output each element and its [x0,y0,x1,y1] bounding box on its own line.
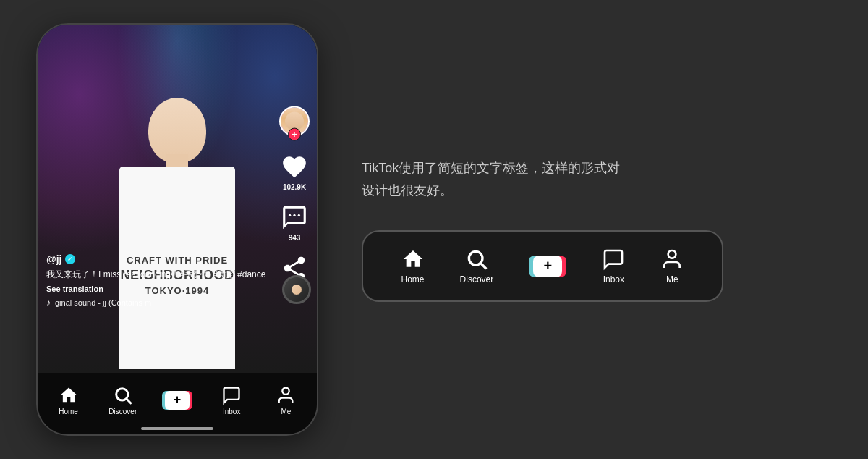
right-panel: TikTok使用了简短的文字标签，这样的形式对 设计也很友好。 Home [318,157,832,302]
highlight-nav-me[interactable]: Me [653,248,691,285]
comment-icon [281,203,308,231]
video-caption: 我又来玩了！I miss real dancing！#手势舞 #舞蹈 #danc… [46,269,277,281]
discover-icon [113,385,133,405]
comment-count: 943 [289,233,301,241]
svg-point-2 [298,214,300,216]
music-disc-inner [292,285,302,295]
svg-line-4 [127,399,131,403]
highlight-nav-discover[interactable]: Discover [453,248,501,285]
music-row: ♪ ginal sound - jj (Contains m [46,298,277,308]
phone-nav-inbox[interactable]: Inbox [205,385,259,416]
nav-label-me: Me [281,408,291,416]
phone-nav-bar: Home Discover [38,373,317,434]
highlight-nav-add[interactable]: + [522,254,574,279]
action-buttons: + 102.9K [279,106,310,292]
svg-point-3 [116,388,127,400]
like-action[interactable]: 102.9K [281,153,308,190]
description-line1: TikTok使用了简短的文字标签，这样的形式对 [362,157,832,180]
username-row: @jj ✓ [46,253,277,265]
see-translation-link[interactable]: See translation [46,285,277,293]
highlight-inbox-icon [602,248,625,271]
phone-mockup: CRAFT WITH PRIDE "NEIGHBORHOOD" TOKYO·19… [36,23,318,436]
nav-label-home: Home [59,408,78,416]
nav-highlight-card: Home Discover + [362,230,723,302]
phone-nav-me[interactable]: Me [259,385,313,416]
highlight-add-center: + [533,256,562,277]
profile-icon [276,385,296,405]
highlight-inbox-label: Inbox [603,274,624,285]
highlight-add-button[interactable]: + [529,254,566,279]
description-line2: 设计也很友好。 [362,180,832,202]
svg-point-8 [668,250,676,258]
highlight-nav-home[interactable]: Home [394,248,432,285]
like-icon [281,153,308,180]
video-area: CRAFT WITH PRIDE "NEIGHBORHOOD" TOKYO·19… [38,25,317,373]
highlight-home-icon [401,248,425,271]
highlight-me-label: Me [666,274,678,285]
music-note-icon: ♪ [46,298,51,308]
follow-plus-badge: + [288,127,301,140]
creator-avatar[interactable]: + [279,106,310,136]
nav-label-discover: Discover [109,408,137,416]
highlight-nav-inbox[interactable]: Inbox [595,248,632,285]
home-icon [59,385,79,405]
music-disc [282,275,311,304]
nav-label-inbox: Inbox [223,408,240,416]
verified-icon: ✓ [65,254,75,264]
svg-point-0 [289,214,291,216]
comment-action[interactable]: 943 [281,203,308,241]
person-figure: CRAFT WITH PRIDE "NEIGHBORHOOD" TOKYO·19… [105,98,250,373]
music-text: ginal sound - jj (Contains m [55,298,151,307]
svg-line-7 [481,264,486,269]
home-indicator [141,427,213,430]
highlight-me-icon [660,248,684,271]
like-count: 102.9K [283,182,306,190]
phone-nav-discover[interactable]: Discover [95,385,150,416]
inbox-icon [221,385,242,405]
highlight-discover-label: Discover [460,274,494,285]
video-info-overlay: @jj ✓ 我又来玩了！I miss real dancing！#手势舞 #舞蹈… [46,253,277,308]
highlight-discover-icon [465,248,488,271]
add-button[interactable]: + [162,389,192,411]
phone-nav-add[interactable]: + [150,389,204,411]
main-container: CRAFT WITH PRIDE "NEIGHBORHOOD" TOKYO·19… [36,20,832,439]
person-head [148,98,206,163]
highlight-home-label: Home [401,274,425,285]
svg-point-6 [469,251,482,265]
username: @jj [46,253,61,265]
svg-point-1 [293,214,295,216]
add-btn-center: + [165,391,190,410]
description-block: TikTok使用了简短的文字标签，这样的形式对 设计也很友好。 [362,157,832,201]
phone-screen: CRAFT WITH PRIDE "NEIGHBORHOOD" TOKYO·19… [38,25,317,434]
svg-point-5 [283,387,289,394]
phone-nav-home[interactable]: Home [41,385,95,416]
